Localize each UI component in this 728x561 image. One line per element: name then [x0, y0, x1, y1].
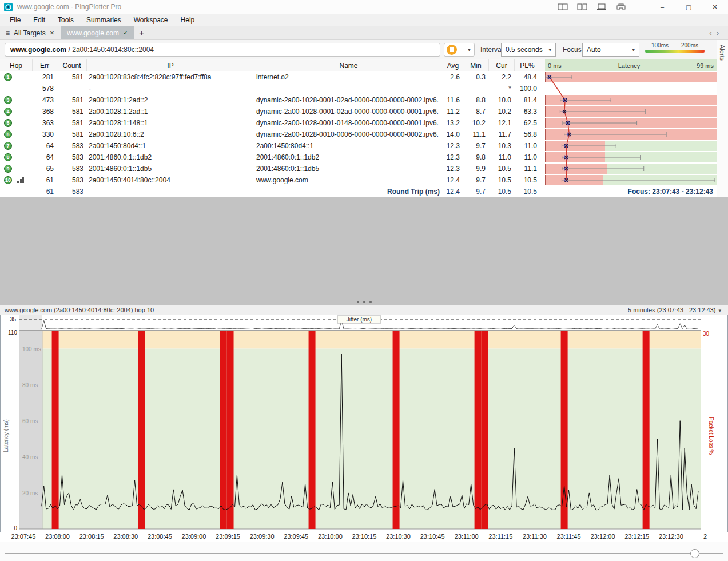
hop-cell: 8	[0, 152, 33, 163]
hop-cell: 3	[0, 94, 33, 106]
pause-dropdown-arrow[interactable]: ▾	[464, 43, 474, 56]
menu-file[interactable]: File	[3, 14, 27, 26]
tab-scroll-arrows[interactable]: ‹›	[709, 29, 723, 37]
latency-column-header[interactable]: 0 msLatency99 ms	[545, 59, 717, 71]
latency-scale-right: 99 ms	[697, 62, 714, 69]
x-tick-label: 23:10:00	[318, 533, 343, 540]
column-header-min[interactable]: Min	[463, 59, 489, 71]
close-tab-icon[interactable]: ✕	[50, 30, 54, 36]
avg-value: 11.2	[443, 106, 463, 117]
timeline-range-select[interactable]: 5 minutes (23:07:43 - 23:12:43)▾	[628, 307, 721, 313]
tab-next-icon[interactable]: ›	[717, 29, 723, 37]
close-button[interactable]: ✕	[702, 0, 728, 14]
maximize-button[interactable]: ▢	[675, 0, 702, 14]
x-tick-label: 23:12:15	[624, 533, 649, 540]
tab-www-google-com[interactable]: www.google.com ✓	[61, 26, 134, 39]
hop-number-badge: 6	[4, 130, 12, 138]
ip-value: 2a00:1028:1:2ad::1	[87, 106, 254, 117]
column-header-ip[interactable]: IP	[87, 59, 254, 71]
svg-text:110: 110	[8, 329, 17, 336]
column-header-hop[interactable]: Hop	[0, 59, 33, 71]
hop-cell: 6	[0, 129, 33, 140]
tab-all-targets[interactable]: ≡ All Targets ✕	[0, 26, 60, 39]
ip-value: 2a00:1450:4014:80c::2004	[87, 174, 254, 186]
focus-select[interactable]: Auto ▾	[582, 43, 639, 57]
summary-cur: 10.5	[489, 186, 515, 197]
pl-value: 11.0	[515, 140, 540, 152]
hop-number-badge: 5	[4, 119, 12, 127]
avg-value: 14.0	[443, 129, 463, 140]
timeline-chart[interactable]: 100 ms80 ms60 ms40 ms20 msJitter (ms)351…	[0, 315, 728, 532]
split-window-icon[interactable]	[558, 3, 568, 10]
menu-edit[interactable]: Edit	[27, 14, 51, 26]
hop-number-badge: 9	[4, 165, 12, 173]
target-host: www.google.com	[10, 46, 66, 54]
timeline-scrollbar[interactable]	[0, 542, 728, 561]
timeline-header: www.google.com (2a00:1450:4014:80c::2004…	[0, 305, 728, 315]
min-value: 9.8	[463, 152, 489, 163]
hop-number-badge: 1	[4, 73, 12, 81]
hop-number-badge: 3	[4, 96, 12, 104]
avg-value: 2.6	[443, 71, 463, 83]
pause-icon	[447, 45, 457, 55]
focus-value: Auto	[587, 46, 601, 54]
title-bar: www.google.com - PingPlotter Pro – ▢ ✕	[0, 0, 728, 14]
ip-value: 2a00:1028:83c8:4fc2:828c:97ff:fed7:ff8a	[87, 71, 254, 83]
column-header-err[interactable]: Err	[33, 59, 57, 71]
scale-100ms-label: 100ms	[651, 42, 669, 49]
hop-cell	[0, 83, 33, 94]
new-tab-button[interactable]: ＋	[134, 26, 149, 39]
svg-text:Latency (ms): Latency (ms)	[3, 419, 9, 452]
column-header-pl[interactable]: PL%	[515, 59, 540, 71]
menu-help[interactable]: Help	[174, 14, 201, 26]
printer-icon[interactable]	[616, 3, 626, 10]
tab-label: All Targets	[14, 29, 46, 37]
titlebar-toolbar	[558, 0, 626, 14]
scrollbar-track[interactable]	[5, 553, 723, 554]
tab-prev-icon[interactable]: ‹	[709, 29, 716, 37]
svg-text:60 ms: 60 ms	[22, 418, 38, 424]
table-header: HopErrCountIPNameAvgMinCurPL%0 msLatency…	[0, 59, 717, 71]
svg-text:40 ms: 40 ms	[22, 454, 38, 460]
avg-value: 11.6	[443, 94, 463, 106]
check-icon: ✓	[123, 29, 128, 37]
latency-column-graph[interactable]	[545, 71, 717, 186]
latency-scale-center: Latency	[618, 62, 641, 69]
pane-splitter[interactable]	[0, 301, 728, 303]
dual-pane-icon[interactable]	[577, 3, 587, 10]
hop-cell: 10	[0, 174, 33, 186]
menu-tools[interactable]: Tools	[51, 14, 80, 26]
summary-avg: 12.4	[443, 186, 463, 197]
menu-summaries[interactable]: Summaries	[80, 14, 128, 26]
x-tick-label: 23:10:15	[352, 533, 377, 540]
min-value: 8.8	[463, 94, 489, 106]
minimize-button[interactable]: –	[649, 0, 675, 14]
interval-select[interactable]: 0.5 seconds ▾	[501, 43, 556, 57]
laptop-icon[interactable]	[596, 3, 607, 10]
x-tick-label: 23:11:30	[523, 533, 547, 540]
err-value: 281	[33, 71, 57, 83]
err-value: 363	[33, 117, 57, 129]
target-address[interactable]: www.google.com / 2a00:1450:4014:80c::200…	[5, 43, 440, 57]
pause-button[interactable]: ▾	[444, 43, 475, 57]
column-header-name[interactable]: Name	[254, 59, 443, 71]
pl-value: 48.4	[515, 71, 540, 83]
x-tick-label: 23:08:45	[148, 533, 172, 540]
err-value: 64	[33, 140, 57, 152]
svg-text:80 ms: 80 ms	[22, 382, 38, 388]
menu-workspace[interactable]: Workspace	[128, 14, 174, 26]
cur-value: 10.3	[489, 140, 515, 152]
alerts-panel-tab[interactable]: Alerts	[717, 40, 728, 197]
column-header-count[interactable]: Count	[57, 59, 87, 71]
count-value: 583	[57, 140, 87, 152]
x-tick-label: 23:09:15	[216, 533, 240, 540]
menu-bar: FileEditToolsSummariesWorkspaceHelp	[0, 14, 728, 26]
column-header-avg[interactable]: Avg	[443, 59, 463, 71]
pl-value: 62.5	[515, 117, 540, 129]
svg-text:20 ms: 20 ms	[22, 490, 38, 496]
column-header-cur[interactable]: Cur	[489, 59, 515, 71]
err-value: 578	[33, 83, 57, 94]
scrollbar-handle[interactable]	[690, 549, 699, 558]
summary-row[interactable]: 61583Round Trip (ms)12.49.710.510.5Focus…	[0, 186, 717, 197]
x-tick-label: 23:10:30	[386, 533, 411, 540]
